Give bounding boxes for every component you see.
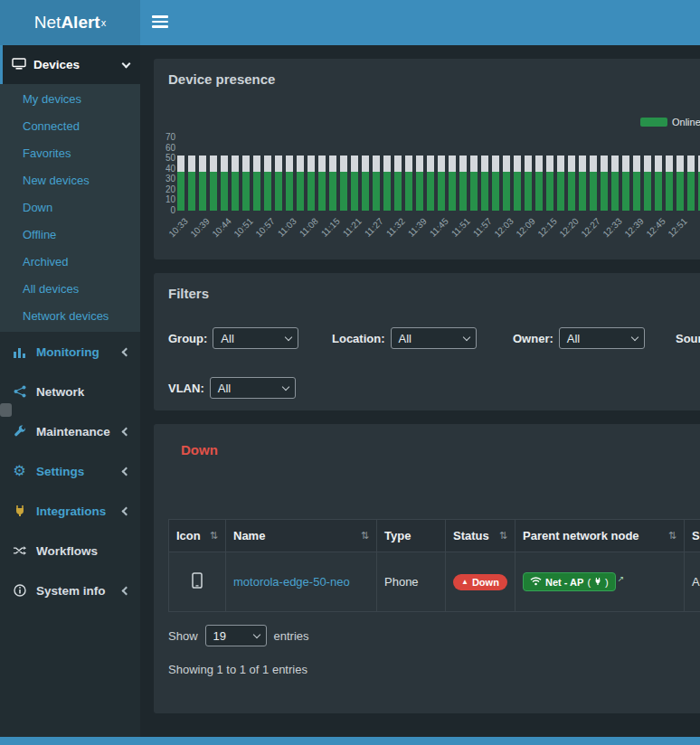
power-plug-icon bbox=[594, 577, 601, 588]
down-panel-title: Down bbox=[181, 442, 218, 457]
selected-value: All bbox=[567, 332, 580, 345]
sidebar-subitem-archived[interactable]: Archived bbox=[0, 249, 140, 276]
chart-legend-item[interactable]: Online bbox=[640, 117, 700, 127]
sidebar-item-system-info[interactable]: System info bbox=[0, 571, 140, 610]
chevron-left-icon bbox=[122, 586, 131, 595]
presence-bar bbox=[590, 156, 597, 211]
presence-bar bbox=[188, 156, 195, 211]
column-header-status[interactable]: Status⇅ bbox=[446, 520, 516, 552]
sidebar-subitem-network-devices[interactable]: Network devices bbox=[0, 303, 140, 330]
filters-panel: Filters Group:AllLocation:AllOwner:AllSo… bbox=[154, 273, 700, 410]
filter-owner: Owner:All bbox=[513, 327, 676, 349]
menu-toggle-button[interactable] bbox=[152, 15, 170, 30]
sidebar-subitem-favorites[interactable]: Favorites bbox=[0, 140, 140, 167]
legend-swatch bbox=[640, 118, 667, 127]
sidebar-item-maintenance[interactable]: Maintenance bbox=[0, 411, 140, 451]
presence-bar bbox=[492, 156, 499, 211]
y-axis-label: 50 bbox=[166, 153, 175, 163]
chevron-down-icon bbox=[252, 631, 260, 638]
sidebar-subitem-all-devices[interactable]: All devices bbox=[0, 276, 140, 303]
wifi-icon bbox=[530, 576, 542, 588]
sidebar-item-network[interactable]: Network bbox=[0, 372, 140, 411]
column-header-icon[interactable]: Icon⇅ bbox=[169, 520, 226, 552]
wrench-icon bbox=[11, 425, 28, 438]
chevron-left-icon bbox=[122, 467, 131, 476]
chevron-down-icon bbox=[281, 383, 289, 391]
y-axis-label: 0 bbox=[170, 205, 175, 215]
page-size-select[interactable]: 19 bbox=[205, 625, 267, 646]
sort-icon: ⇅ bbox=[210, 530, 218, 542]
sidebar-item-label: Devices bbox=[33, 58, 80, 71]
presence-bar bbox=[329, 156, 336, 211]
presence-bar bbox=[199, 156, 206, 211]
presence-bar bbox=[601, 156, 608, 211]
filter-label: Location: bbox=[332, 332, 385, 345]
sidebar-subitem-my-devices[interactable]: My devices bbox=[0, 86, 140, 113]
panel-title: Filters bbox=[168, 286, 209, 301]
device-submenu: My devicesConnectedFavoritesNew devicesD… bbox=[0, 84, 140, 332]
presence-bar bbox=[470, 156, 478, 211]
presence-bar bbox=[232, 156, 239, 211]
table-row: motorola-edge-50-neo Phone ▲ Down Net - … bbox=[169, 552, 700, 612]
presence-bar bbox=[633, 156, 640, 211]
device-type: Phone bbox=[384, 575, 419, 589]
sort-icon: ⇅ bbox=[361, 530, 369, 542]
filter-source: Source:All bbox=[676, 327, 700, 349]
sidebar-subitem-down[interactable]: Down bbox=[0, 194, 140, 222]
chevron-down-icon bbox=[631, 334, 639, 341]
chevron-down-icon bbox=[462, 334, 469, 341]
sidebar-item-integrations[interactable]: Integrations bbox=[0, 491, 140, 531]
show-label: Show bbox=[168, 629, 198, 643]
brand-text: Net bbox=[34, 13, 61, 33]
filter-location: Location:All bbox=[332, 327, 513, 349]
y-axis-label: 30 bbox=[166, 174, 175, 184]
sidebar-item-settings[interactable]: ⚙Settings bbox=[0, 451, 140, 491]
presence-bar bbox=[579, 156, 586, 211]
sidebar-subitem-new-devices[interactable]: New devices bbox=[0, 167, 140, 194]
presence-bar bbox=[557, 156, 564, 211]
presence-bar bbox=[221, 156, 228, 211]
parent-node-badge[interactable]: Net - AP ( ) bbox=[523, 572, 616, 591]
warning-icon: ▲ bbox=[461, 579, 468, 586]
presence-bar bbox=[622, 156, 629, 211]
filter-group: Group:All bbox=[168, 327, 332, 349]
sidebar-item-label: Workflows bbox=[36, 544, 98, 558]
presence-bar bbox=[405, 156, 412, 211]
device-name-link[interactable]: motorola-edge-50-neo bbox=[233, 575, 350, 589]
presence-bar bbox=[253, 156, 260, 211]
presence-bar bbox=[264, 156, 271, 211]
sort-icon: ⇅ bbox=[499, 530, 507, 542]
presence-bar bbox=[438, 156, 445, 211]
filter-label: VLAN: bbox=[168, 382, 204, 395]
filter-select-vlan[interactable]: All bbox=[210, 377, 296, 399]
presence-bar bbox=[687, 156, 695, 211]
sidebar-subitem-offline[interactable]: Offline bbox=[0, 222, 140, 249]
sidebar-item-label: Settings bbox=[36, 465, 84, 478]
device-icon-cell bbox=[169, 552, 226, 612]
sidebar-subitem-connected[interactable]: Connected bbox=[0, 113, 140, 140]
sidebar: Devices My devicesConnectedFavoritesNew … bbox=[0, 45, 140, 745]
filter-select-group[interactable]: All bbox=[213, 327, 298, 349]
mobile-phone-icon bbox=[192, 578, 203, 591]
presence-bar bbox=[503, 156, 510, 211]
device-site: A bbox=[692, 575, 700, 589]
sidebar-item-workflows[interactable]: Workflows bbox=[0, 531, 140, 571]
app-logo[interactable]: NetAlertx bbox=[0, 0, 140, 45]
entries-control: Show 19 entries bbox=[168, 625, 309, 646]
presence-bar bbox=[210, 156, 217, 211]
sidebar-item-label: Network bbox=[36, 385, 84, 399]
hamburger-icon bbox=[152, 15, 168, 18]
presence-bar bbox=[655, 156, 662, 211]
presence-bar bbox=[666, 156, 673, 211]
filter-label: Group: bbox=[168, 332, 207, 345]
column-header-parent-network-node[interactable]: Parent network node⇅ bbox=[516, 520, 685, 552]
presence-bar bbox=[242, 156, 250, 211]
sidebar-item-monitoring[interactable]: Monitoring bbox=[0, 332, 140, 372]
filter-vlan: VLAN:All bbox=[168, 377, 296, 399]
filter-select-owner[interactable]: All bbox=[559, 327, 645, 349]
filter-select-location[interactable]: All bbox=[391, 327, 477, 349]
presence-bar bbox=[546, 156, 553, 211]
sidebar-item-devices[interactable]: Devices bbox=[0, 45, 140, 84]
plug-icon bbox=[11, 505, 28, 517]
column-header-name[interactable]: Name⇅ bbox=[226, 520, 377, 552]
